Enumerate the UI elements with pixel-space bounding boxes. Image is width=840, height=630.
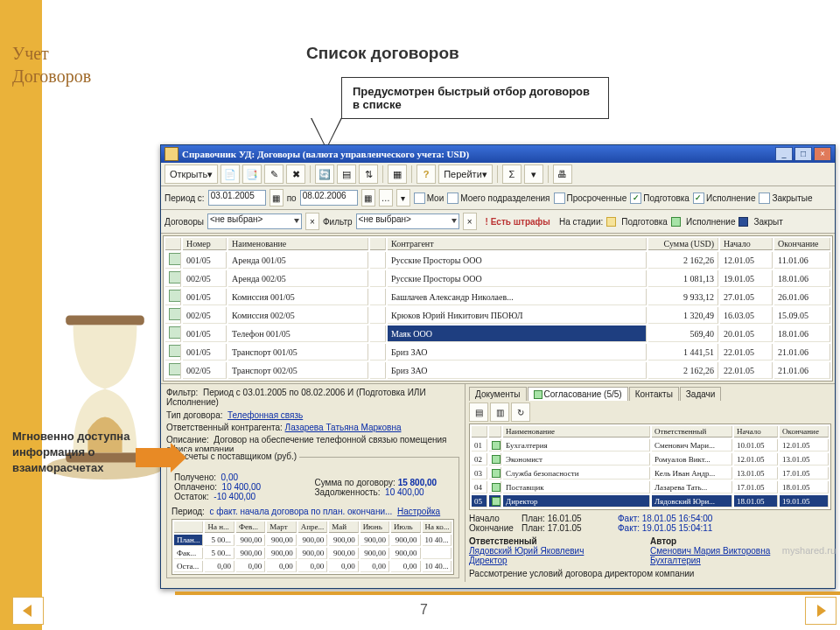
table-row[interactable]: 001/05Аренда 001/05Русские Просторы ООО2… <box>165 252 830 269</box>
table-row[interactable]: 02ЭкономистРомуалов Викт...12.01.0513.01… <box>472 453 829 466</box>
tb-sum[interactable]: Σ <box>502 164 522 184</box>
appr-tb2[interactable]: ▥ <box>490 402 509 422</box>
chk-mine[interactable]: Мои <box>414 192 444 204</box>
date-from-input[interactable]: 03.01.2005 <box>208 190 266 206</box>
annotation-left: Мгновенно доступна информация о взаимора… <box>12 429 152 476</box>
tab-approval[interactable]: Согласование (5/5) <box>528 387 628 401</box>
date-to-input[interactable]: 08.02.2006 <box>300 190 358 206</box>
brand: Учет Договоров <box>12 42 91 88</box>
tb-print[interactable]: 🖶 <box>553 164 572 184</box>
goto-button[interactable]: Перейти ▾ <box>438 164 493 184</box>
period-label: Период с: <box>164 193 205 203</box>
tb-filter[interactable]: ▤ <box>337 164 356 184</box>
footer-bar <box>175 592 840 595</box>
tb-grid[interactable]: ▦ <box>388 164 407 184</box>
type-link[interactable]: Телефонная связь <box>228 410 303 420</box>
toolbar: Открыть ▾ 📄 📑 ✎ ✖ 🔄 ▤ ⇅ ▦ ? Перейти ▾ Σ … <box>161 163 835 186</box>
chk-prep[interactable]: ✓Подготовка <box>630 192 690 204</box>
detail-pane: Фильтр: Период с 03.01.2005 по 08.02.200… <box>161 383 835 582</box>
sidebar-accent <box>0 0 42 630</box>
svg-rect-1 <box>66 315 144 325</box>
tb-del[interactable]: ✖ <box>286 164 305 184</box>
tb-sort[interactable]: ⇅ <box>359 164 378 184</box>
chk-dept[interactable]: Моего подразделения <box>447 192 550 204</box>
tb-new[interactable]: 📄 <box>220 164 240 184</box>
fines-warning: ! Есть штрафы <box>486 217 550 227</box>
chk-closed[interactable]: Закрытые <box>759 192 812 204</box>
close-button[interactable]: × <box>814 147 831 161</box>
months-table[interactable]: На н...Фев...МартАпре...МайИюньИюльНа ко… <box>172 519 454 575</box>
app-window: Справочник УД: Договоры (валюта управлен… <box>160 144 836 589</box>
tb-refresh[interactable]: 🔄 <box>315 164 334 184</box>
calc-box: Расчеты с поставщиком (руб.) Получено: 0… <box>166 457 459 578</box>
page-title: Список договоров <box>306 44 459 63</box>
period-drop[interactable]: ▾ <box>396 189 410 206</box>
period-pick[interactable]: … <box>379 189 393 206</box>
tune-link[interactable]: Настройка <box>397 507 440 516</box>
appr-tb1[interactable]: ▤ <box>469 402 488 422</box>
table-row[interactable]: 05ДиректорЛядовский Юри...18.01.0519.01.… <box>472 495 829 508</box>
date-from-picker[interactable]: ▦ <box>270 189 284 206</box>
page-number: 7 <box>420 602 428 618</box>
tb-more[interactable]: ▾ <box>524 164 543 184</box>
app-icon <box>164 147 178 161</box>
filter-bar2: Договоры <не выбран> × Фильтр <не выбран… <box>161 210 835 234</box>
callout-filter: Предусмотрен быстрый отбор договоров в с… <box>341 77 609 119</box>
tab-contacts[interactable]: Контакты <box>629 387 679 401</box>
table-row[interactable]: 001/05Комиссия 001/05Башлачев Александр … <box>165 289 830 305</box>
table-row[interactable]: 001/05Транспорт 001/05Бриз ЗАО1 441,5122… <box>165 344 830 360</box>
titlebar[interactable]: Справочник УД: Договоры (валюта управлен… <box>161 145 835 163</box>
tb-help[interactable]: ? <box>416 164 436 184</box>
tb-copy[interactable]: 📑 <box>242 164 262 184</box>
tab-tasks[interactable]: Задачи <box>680 387 722 401</box>
contracts-dd[interactable]: <не выбран> <box>207 214 302 229</box>
resp-link[interactable]: Лазарева Татьяна Марковна <box>285 423 402 432</box>
period-bar: Период с: 03.01.2005 ▦ по 08.02.2006 ▦ …… <box>161 186 835 210</box>
table-row[interactable]: 001/05Телефон 001/05Маяк ООО569,4020.01.… <box>165 326 830 342</box>
table-row[interactable]: 03Служба безопасностиКель Иван Андр...13… <box>472 467 829 480</box>
chk-exec[interactable]: ✓Исполнение <box>693 192 756 204</box>
contracts-clear[interactable]: × <box>305 213 319 230</box>
table-row[interactable]: 002/05Комиссия 002/05Крюков Юрий Никитов… <box>165 307 830 324</box>
detail-tabs: Документы Согласование (5/5) Контакты За… <box>469 387 831 401</box>
appr-tb3[interactable]: ↻ <box>511 402 530 422</box>
watermark: myshared.ru <box>782 545 836 556</box>
filter-dd[interactable]: <не выбран> <box>356 214 459 229</box>
resp-role-link[interactable]: Директор <box>469 556 650 565</box>
approval-note: Рассмотрение условий договора директором… <box>469 569 831 578</box>
nav-next[interactable] <box>805 597 836 625</box>
table-row[interactable]: 002/05Транспорт 002/05Бриз ЗАО2 162,2622… <box>165 362 830 379</box>
contracts-table[interactable]: НомерНаименованиеКонтрагентСумма (USD)На… <box>163 235 833 382</box>
window-title: Справочник УД: Договоры (валюта управлен… <box>182 149 469 159</box>
tab-documents[interactable]: Документы <box>469 387 527 401</box>
maximize-button[interactable]: □ <box>794 147 812 161</box>
table-row[interactable]: 01БухгалтерияСменович Мари...10.01.0512.… <box>472 439 829 452</box>
approval-table[interactable]: НаименованиеОтветственныйНачалоОкончание… <box>469 424 831 510</box>
tb-edit[interactable]: ✎ <box>264 164 284 184</box>
table-row[interactable]: 002/05Аренда 002/05Русские Просторы ООО1… <box>165 270 830 287</box>
minimize-button[interactable]: _ <box>775 147 793 161</box>
filter-clear[interactable]: × <box>463 213 477 230</box>
author-role-link[interactable]: Бухгалтерия <box>650 556 701 565</box>
author-person-link[interactable]: Сменович Мария Викторовна <box>650 546 770 556</box>
nav-prev[interactable] <box>12 597 44 625</box>
resp-person-link[interactable]: Лядовский Юрий Яковлевич <box>469 546 650 556</box>
table-row[interactable]: 04ПоставщикЛазарева Тать...17.01.0518.01… <box>472 481 829 494</box>
date-to-picker[interactable]: ▦ <box>361 189 375 206</box>
chk-overdue[interactable]: Просроченные <box>554 192 627 204</box>
open-button[interactable]: Открыть ▾ <box>164 164 218 184</box>
